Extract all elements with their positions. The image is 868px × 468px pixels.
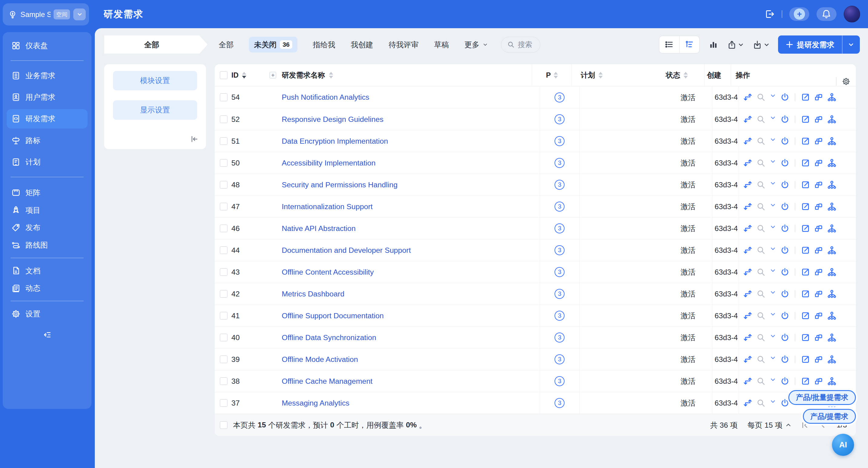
column-header-name[interactable]: 研发需求名称	[282, 70, 532, 80]
split-requirement-icon[interactable]	[828, 202, 836, 211]
sidebar-item-tag[interactable]: 发布	[3, 219, 91, 236]
more-actions-chevron-icon[interactable]	[770, 377, 776, 385]
sidebar-item-news[interactable]: 动态	[3, 280, 91, 297]
close-requirement-icon[interactable]	[780, 355, 789, 364]
copy-structure-icon[interactable]	[814, 311, 823, 320]
edit-icon[interactable]	[801, 180, 810, 189]
column-header-plan[interactable]: 计划	[572, 64, 636, 86]
sidebar-item-book-code[interactable]: 研发需求	[3, 108, 91, 129]
footer-select-checkbox[interactable]	[220, 421, 228, 429]
review-search-icon[interactable]	[756, 355, 765, 364]
priority-badge[interactable]: 3	[555, 202, 564, 211]
close-requirement-icon[interactable]	[780, 158, 789, 167]
more-actions-chevron-icon[interactable]	[770, 268, 776, 276]
more-actions-chevron-icon[interactable]	[770, 202, 776, 211]
edit-icon[interactable]	[801, 355, 810, 364]
tree-view-button[interactable]	[679, 36, 699, 53]
sort-icon[interactable]	[242, 72, 246, 79]
transition-icon[interactable]	[744, 224, 752, 233]
close-requirement-icon[interactable]	[780, 377, 789, 385]
priority-badge[interactable]: 3	[555, 158, 564, 168]
row-checkbox[interactable]	[220, 334, 228, 342]
transition-icon[interactable]	[744, 290, 752, 298]
sidebar-collapse-button[interactable]	[3, 330, 91, 339]
create-global-button[interactable]: +	[789, 7, 809, 21]
requirement-link[interactable]: Metrics Dashboard	[282, 290, 344, 298]
edit-icon[interactable]	[801, 158, 810, 167]
close-requirement-icon[interactable]	[780, 93, 789, 101]
priority-badge[interactable]: 3	[555, 354, 564, 364]
transition-icon[interactable]	[744, 246, 752, 255]
close-requirement-icon[interactable]	[780, 180, 789, 189]
more-actions-chevron-icon[interactable]	[770, 93, 776, 101]
review-search-icon[interactable]	[756, 158, 765, 167]
review-search-icon[interactable]	[756, 268, 765, 276]
column-header-status[interactable]: 状态	[636, 64, 705, 86]
transition-icon[interactable]	[744, 158, 752, 167]
row-checkbox[interactable]	[220, 246, 228, 254]
user-avatar[interactable]	[844, 6, 861, 23]
close-requirement-icon[interactable]	[780, 333, 789, 342]
copy-structure-icon[interactable]	[814, 290, 823, 298]
edit-icon[interactable]	[801, 115, 810, 124]
search-button[interactable]: 搜索	[501, 37, 540, 53]
split-requirement-icon[interactable]	[828, 377, 836, 385]
copy-structure-icon[interactable]	[814, 158, 823, 167]
close-requirement-icon[interactable]	[780, 246, 789, 255]
priority-badge[interactable]: 3	[555, 245, 564, 255]
split-requirement-icon[interactable]	[828, 158, 836, 167]
more-actions-chevron-icon[interactable]	[770, 158, 776, 167]
split-requirement-icon[interactable]	[828, 333, 836, 342]
sidebar-item-book-lines[interactable]: 业务需求	[3, 65, 91, 86]
notifications-button[interactable]	[816, 7, 837, 21]
filter-tab-更多[interactable]: 更多	[465, 40, 488, 50]
copy-structure-icon[interactable]	[814, 93, 823, 101]
copy-structure-icon[interactable]	[814, 355, 823, 364]
filter-tab-未关闭[interactable]: 未关闭 36	[249, 37, 297, 52]
product-batch-submit-button[interactable]: 产品/批量提需求	[788, 390, 856, 405]
transition-icon[interactable]	[744, 333, 752, 342]
edit-icon[interactable]	[801, 93, 810, 101]
chart-view-icon[interactable]	[709, 40, 718, 49]
sidebar-item-doc[interactable]: 文档	[3, 262, 91, 280]
close-requirement-icon[interactable]	[780, 224, 789, 233]
requirement-link[interactable]: Internationalization Support	[282, 203, 373, 211]
review-search-icon[interactable]	[756, 93, 765, 101]
review-search-icon[interactable]	[756, 180, 765, 189]
row-checkbox[interactable]	[220, 268, 228, 276]
edit-icon[interactable]	[801, 377, 810, 385]
priority-badge[interactable]: 3	[555, 398, 564, 408]
priority-badge[interactable]: 3	[555, 114, 564, 124]
review-search-icon[interactable]	[756, 399, 765, 407]
space-switcher-button[interactable]	[73, 8, 86, 20]
requirement-link[interactable]: Data Encryption Implementation	[282, 137, 388, 146]
row-checkbox[interactable]	[220, 181, 228, 189]
row-checkbox[interactable]	[220, 137, 228, 145]
priority-badge[interactable]: 3	[555, 376, 564, 386]
panel-collapse-button[interactable]	[190, 135, 198, 143]
share-page-icon[interactable]	[765, 9, 774, 19]
space-selector[interactable]: Sample Sp 空间	[3, 3, 89, 26]
requirement-link[interactable]: Messaging Analytics	[282, 399, 349, 407]
copy-structure-icon[interactable]	[814, 246, 823, 255]
module-settings-button[interactable]: 模块设置	[113, 71, 197, 90]
review-search-icon[interactable]	[756, 202, 765, 211]
row-checkbox[interactable]	[220, 159, 228, 167]
copy-structure-icon[interactable]	[814, 224, 823, 233]
more-actions-chevron-icon[interactable]	[770, 180, 776, 189]
requirement-link[interactable]: Offline Content Accessibility	[282, 268, 374, 276]
sort-icon[interactable]	[598, 72, 603, 79]
review-search-icon[interactable]	[756, 224, 765, 233]
edit-icon[interactable]	[801, 202, 810, 211]
close-requirement-icon[interactable]	[780, 115, 789, 124]
more-actions-chevron-icon[interactable]	[770, 224, 776, 233]
sort-icon[interactable]	[329, 72, 333, 79]
review-search-icon[interactable]	[756, 246, 765, 255]
sidebar-item-signpost[interactable]: 路标	[3, 130, 91, 151]
copy-structure-icon[interactable]	[814, 202, 823, 211]
row-checkbox[interactable]	[220, 290, 228, 298]
requirement-link[interactable]: Offline Support Documentation	[282, 312, 384, 320]
split-requirement-icon[interactable]	[828, 137, 836, 146]
requirement-link[interactable]: Push Notification Analytics	[282, 93, 369, 101]
split-requirement-icon[interactable]	[828, 180, 836, 189]
